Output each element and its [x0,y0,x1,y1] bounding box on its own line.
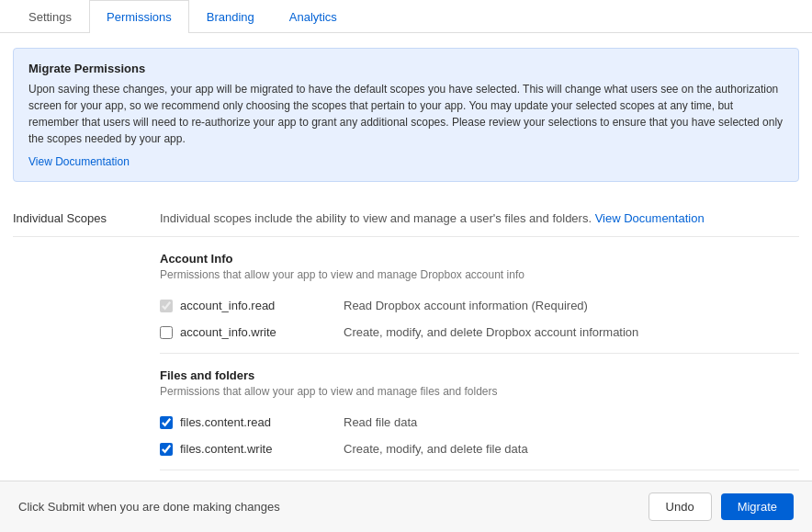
perm-account-info-write-checkbox[interactable] [160,326,173,339]
perm-account-info-write-desc: Create, modify, and delete Dropbox accou… [344,325,638,339]
tabs-bar: Settings Permissions Branding Analytics [0,0,812,33]
account-info-title: Account Info [160,252,799,266]
individual-scopes-view-documentation-link[interactable]: View Documentation [595,211,705,225]
individual-scopes-description: Individual scopes include the ability to… [160,211,705,225]
perm-files-content-read-name: files.content.read [180,415,271,429]
perm-files-content-read-desc: Read file data [344,415,417,429]
perm-account-info-read-checkbox[interactable] [160,300,173,312]
perm-account-info-write-checkbox-wrap: account_info.write [160,325,344,339]
tab-branding[interactable]: Branding [189,0,272,33]
perm-account-info-read-checkbox-wrap: account_info.read [160,299,344,312]
perm-files-content-write-checkbox[interactable] [160,443,173,456]
perm-account-info-read-desc: Read Dropbox account information (Requir… [344,299,588,312]
files-folders-subtitle: Permissions that allow your app to view … [160,385,799,398]
perm-files-content-write-row: files.content.write Create, modify, and … [160,436,799,462]
perm-files-content-read-checkbox-wrap: files.content.read [160,415,344,429]
perm-files-content-write-name: files.content.write [180,442,272,456]
files-folders-section: Files and folders Permissions that allow… [160,354,799,470]
migrate-button[interactable]: Migrate [721,493,794,520]
perm-account-info-write-name: account_info.write [180,325,276,339]
footer-hint-text: Click Submit when you are done making ch… [18,500,280,514]
notice-title: Migrate Permissions [28,62,784,75]
undo-button[interactable]: Undo [648,492,712,521]
files-folders-title: Files and folders [160,368,799,382]
individual-scopes-label: Individual Scopes [13,211,160,225]
footer: Click Submit when you are done making ch… [0,481,812,532]
perm-files-content-read-row: files.content.read Read file data [160,409,799,436]
perm-files-content-read-checkbox[interactable] [160,416,173,429]
perm-account-info-read-row: account_info.read Read Dropbox account i… [160,292,799,319]
tab-analytics[interactable]: Analytics [272,0,355,33]
perm-account-info-read-name: account_info.read [180,299,275,312]
footer-buttons: Undo Migrate [648,492,794,521]
individual-scopes-row: Individual Scopes Individual scopes incl… [13,197,799,237]
perm-files-content-write-checkbox-wrap: files.content.write [160,442,344,456]
main-content: Individual Scopes Individual scopes incl… [0,197,812,470]
notice-view-documentation-link[interactable]: View Documentation [28,155,130,168]
perm-account-info-write-row: account_info.write Create, modify, and d… [160,319,799,345]
notice-body: Upon saving these changes, your app will… [28,81,784,147]
migrate-permissions-notice: Migrate Permissions Upon saving these ch… [13,48,799,182]
tab-settings[interactable]: Settings [11,0,89,33]
account-info-subtitle: Permissions that allow your app to view … [160,268,799,281]
tab-permissions[interactable]: Permissions [89,0,189,33]
perm-files-content-write-desc: Create, modify, and delete file data [344,442,528,456]
account-info-section: Account Info Permissions that allow your… [160,237,799,354]
